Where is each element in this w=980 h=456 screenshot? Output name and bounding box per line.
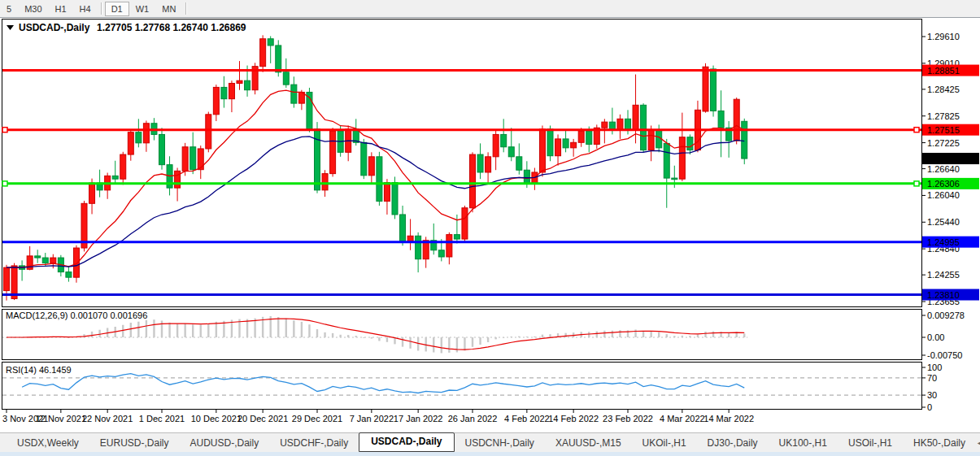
tab-scroll-arrows: ◄► — [976, 439, 980, 447]
date-tick-label: 14 Feb 2022 — [548, 414, 599, 423]
candle-body — [213, 87, 219, 114]
candle-body — [462, 208, 468, 239]
candle-body — [268, 39, 273, 46]
candle-body — [641, 105, 647, 150]
rsi-axis-label: 100 — [927, 363, 942, 372]
candle-body — [423, 241, 429, 259]
current-price-label: 1.26869 — [927, 154, 960, 163]
candle-body — [112, 176, 118, 179]
date-axis[interactable]: 3 Nov 202112 Nov 202122 Nov 20211 Dec 20… — [2, 410, 754, 424]
price-tick-label: 1.28425 — [927, 85, 960, 94]
date-tick-label: 23 Feb 2022 — [603, 414, 653, 423]
price-tick-label: 1.29610 — [927, 32, 960, 41]
chart-tab-usdx-weekly[interactable]: USDX,Weekly — [7, 435, 89, 451]
candle-body — [283, 72, 289, 85]
date-tick-label: 1 Dec 2021 — [139, 414, 185, 423]
candle-body — [648, 130, 654, 150]
candle-body — [547, 129, 553, 156]
chart-canvas[interactable]: 1.296101.290101.284251.278251.272251.266… — [0, 0, 980, 456]
date-tick-label: 7 Jan 2022 — [350, 414, 394, 423]
candle-body — [322, 174, 328, 190]
date-tick-label: 29 Dec 2021 — [292, 414, 342, 423]
chart-tab-ukoil-h1[interactable]: UKOil-,H1 — [632, 435, 697, 451]
candle-body — [368, 157, 374, 176]
candle-body — [392, 183, 398, 215]
scroll-left-icon[interactable]: ◄ — [976, 439, 980, 447]
chart-tab-audusd-daily[interactable]: AUDUSD-,Daily — [179, 435, 269, 451]
price-level-badge-label: 1.28851 — [927, 66, 960, 76]
candle-body — [120, 154, 126, 179]
chart-tab-usdchf-daily[interactable]: USDCHF-,Daily — [269, 435, 359, 451]
price-level-badge-label: 1.27515 — [927, 125, 960, 135]
line-handle[interactable] — [914, 181, 919, 186]
line-handle[interactable] — [914, 128, 919, 132]
chart-tab-usoil-h1[interactable]: USOil-,H1 — [838, 435, 903, 451]
date-tick-label: 4 Feb 2022 — [504, 414, 550, 423]
chart-tab-uk100-h1[interactable]: UK100-,H1 — [769, 435, 838, 451]
rsi-panel[interactable] — [2, 363, 922, 410]
candle-body — [221, 87, 227, 98]
candle-body — [89, 183, 95, 203]
candle-body — [555, 139, 561, 156]
chart-tab-xauusd-m15[interactable]: XAUUSD-,M15 — [545, 435, 632, 451]
rsi-label: RSI(14) 46.1459 — [6, 365, 72, 375]
price-tick-label: 1.24255 — [927, 270, 960, 280]
date-tick-label: 10 Dec 2021 — [191, 414, 242, 423]
macd-axis-label: -0.00750 — [927, 350, 962, 360]
macd-label: MACD(12,26,9) 0.001070 0.001696 — [6, 311, 147, 320]
candle-body — [35, 256, 41, 258]
chart-title-symbol: USDCAD-,Daily — [19, 22, 90, 33]
chart-tab-usdcad-daily[interactable]: USDCAD-,Daily — [359, 432, 454, 452]
line-handle[interactable] — [2, 128, 7, 132]
candle-body — [291, 85, 297, 103]
price-tick-label: 1.27825 — [927, 111, 960, 121]
chart-tab-dj30-daily[interactable]: DJ30-,Daily — [697, 435, 769, 451]
price-level-badge-label: 1.26306 — [927, 179, 960, 189]
candle-body — [625, 119, 631, 130]
trading-platform-window: 5M30H1H4D1W1MN 1.296101.290101.284251.27… — [0, 0, 980, 456]
candle-body — [128, 132, 133, 154]
date-tick-label: 20 Dec 2021 — [237, 414, 288, 423]
candle-body — [182, 147, 188, 172]
chart-layers: 1.296101.290101.284251.278251.272251.266… — [2, 20, 980, 424]
date-tick-label: 26 Jan 2022 — [448, 414, 498, 423]
line-handle[interactable] — [2, 181, 7, 186]
candle-body — [454, 235, 460, 239]
macd-axis-label: 0.00 — [927, 332, 944, 342]
candle-body — [377, 157, 382, 202]
candle-body — [136, 132, 142, 143]
main-chart-panel[interactable] — [2, 20, 922, 307]
chart-tab-hk50-daily[interactable]: HK50-,Daily — [903, 435, 976, 451]
candle-body — [578, 131, 584, 142]
candle-body — [438, 250, 444, 257]
candle-body — [617, 119, 623, 130]
candle-body — [516, 157, 522, 170]
candle-body — [330, 131, 336, 174]
candle-body — [477, 154, 483, 172]
macd-axis-label: 0.009278 — [927, 311, 965, 320]
date-tick-label: 14 Mar 2022 — [703, 414, 754, 423]
candle-body — [159, 134, 165, 164]
candle-body — [42, 258, 48, 263]
candle-body — [206, 115, 211, 149]
candle-body — [742, 121, 747, 159]
chart-tab-bar: USDX,WeeklyEURUSD-,DailyAUDUSD-,DailyUSD… — [0, 432, 980, 452]
candle-body — [175, 171, 181, 188]
chart-tab-eurusd-daily[interactable]: EURUSD-,Daily — [89, 435, 180, 451]
candle-body — [237, 80, 242, 83]
candle-body — [384, 183, 390, 202]
candle-body — [66, 272, 72, 278]
chart-title-ohlc: 1.27705 1.27768 1.26740 1.26869 — [97, 22, 246, 33]
candle-body — [539, 129, 545, 172]
rsi-axis-label: 70 — [927, 373, 937, 383]
candle-body — [229, 83, 234, 98]
price-level-badge-label: 1.24995 — [927, 237, 960, 247]
candle-body — [470, 154, 476, 208]
candle-body — [4, 267, 10, 290]
date-tick-label: 17 Jan 2022 — [394, 414, 443, 423]
chart-tab-usdcnh-daily[interactable]: USDCNH-,Daily — [455, 435, 545, 451]
price-tick-label: 1.26040 — [927, 190, 960, 200]
candle-body — [571, 142, 577, 148]
candle-body — [260, 39, 266, 67]
date-tick-label: 22 Nov 2021 — [82, 414, 133, 423]
